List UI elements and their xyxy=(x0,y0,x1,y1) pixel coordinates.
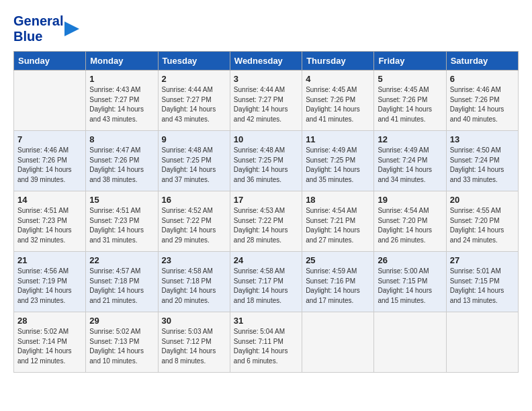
calendar-cell: 9Sunrise: 4:48 AM Sunset: 7:25 PM Daylig… xyxy=(158,131,230,191)
day-number: 17 xyxy=(234,195,298,205)
calendar-cell: 16Sunrise: 4:52 AM Sunset: 7:22 PM Dayli… xyxy=(158,191,230,252)
day-number: 7 xyxy=(17,134,82,144)
weekday-header: Saturday xyxy=(446,52,518,71)
day-info: Sunrise: 4:57 AM Sunset: 7:18 PM Dayligh… xyxy=(89,267,154,306)
day-number: 3 xyxy=(234,74,298,84)
weekday-header: Tuesday xyxy=(158,52,230,71)
day-info: Sunrise: 4:53 AM Sunset: 7:22 PM Dayligh… xyxy=(234,206,298,245)
calendar-cell: 22Sunrise: 4:57 AM Sunset: 7:18 PM Dayli… xyxy=(86,252,158,312)
day-info: Sunrise: 5:02 AM Sunset: 7:13 PM Dayligh… xyxy=(89,327,154,366)
logo-text: GeneralBlue xyxy=(13,13,63,44)
weekday-header: Sunday xyxy=(14,52,86,71)
day-info: Sunrise: 4:45 AM Sunset: 7:26 PM Dayligh… xyxy=(306,85,370,124)
calendar-cell: 13Sunrise: 4:50 AM Sunset: 7:24 PM Dayli… xyxy=(446,131,518,191)
calendar-cell: 4Sunrise: 4:45 AM Sunset: 7:26 PM Daylig… xyxy=(302,71,374,131)
day-info: Sunrise: 4:55 AM Sunset: 7:20 PM Dayligh… xyxy=(450,206,515,245)
day-number: 11 xyxy=(306,134,370,144)
svg-marker-0 xyxy=(64,21,79,36)
weekday-header: Wednesday xyxy=(230,52,302,71)
calendar-table: SundayMondayTuesdayWednesdayThursdayFrid… xyxy=(13,51,519,373)
day-number: 26 xyxy=(378,255,442,265)
calendar-cell: 19Sunrise: 4:54 AM Sunset: 7:20 PM Dayli… xyxy=(374,191,446,252)
day-info: Sunrise: 4:59 AM Sunset: 7:16 PM Dayligh… xyxy=(306,267,370,306)
calendar-cell: 21Sunrise: 4:56 AM Sunset: 7:19 PM Dayli… xyxy=(14,252,86,312)
day-number: 4 xyxy=(306,74,370,84)
calendar-cell xyxy=(302,312,374,373)
day-info: Sunrise: 5:00 AM Sunset: 7:15 PM Dayligh… xyxy=(378,267,442,306)
calendar-cell: 25Sunrise: 4:59 AM Sunset: 7:16 PM Dayli… xyxy=(302,252,374,312)
day-number: 10 xyxy=(234,134,298,144)
calendar-cell: 2Sunrise: 4:44 AM Sunset: 7:27 PM Daylig… xyxy=(158,71,230,131)
day-number: 2 xyxy=(162,74,226,84)
day-info: Sunrise: 4:54 AM Sunset: 7:20 PM Dayligh… xyxy=(378,206,442,245)
day-info: Sunrise: 4:52 AM Sunset: 7:22 PM Dayligh… xyxy=(162,206,226,245)
day-number: 14 xyxy=(17,195,82,205)
day-number: 18 xyxy=(306,195,370,205)
day-info: Sunrise: 5:03 AM Sunset: 7:12 PM Dayligh… xyxy=(162,327,226,366)
day-number: 22 xyxy=(89,255,154,265)
calendar-week-row: 1Sunrise: 4:43 AM Sunset: 7:27 PM Daylig… xyxy=(14,71,519,131)
calendar-cell: 12Sunrise: 4:49 AM Sunset: 7:24 PM Dayli… xyxy=(374,131,446,191)
calendar-cell: 17Sunrise: 4:53 AM Sunset: 7:22 PM Dayli… xyxy=(230,191,302,252)
day-number: 25 xyxy=(306,255,370,265)
calendar-cell: 26Sunrise: 5:00 AM Sunset: 7:15 PM Dayli… xyxy=(374,252,446,312)
calendar-week-row: 7Sunrise: 4:46 AM Sunset: 7:26 PM Daylig… xyxy=(14,131,519,191)
day-number: 21 xyxy=(17,255,82,265)
calendar-cell: 29Sunrise: 5:02 AM Sunset: 7:13 PM Dayli… xyxy=(86,312,158,373)
day-info: Sunrise: 4:49 AM Sunset: 7:25 PM Dayligh… xyxy=(306,146,370,185)
logo: GeneralBlue xyxy=(13,13,79,44)
day-info: Sunrise: 4:50 AM Sunset: 7:24 PM Dayligh… xyxy=(450,146,515,185)
calendar-cell: 6Sunrise: 4:46 AM Sunset: 7:26 PM Daylig… xyxy=(446,71,518,131)
day-number: 1 xyxy=(89,74,154,84)
logo-container: GeneralBlue xyxy=(13,13,79,44)
calendar-cell: 7Sunrise: 4:46 AM Sunset: 7:26 PM Daylig… xyxy=(14,131,86,191)
day-number: 30 xyxy=(162,316,226,326)
calendar-cell xyxy=(446,312,518,373)
day-number: 13 xyxy=(450,134,515,144)
day-info: Sunrise: 4:58 AM Sunset: 7:18 PM Dayligh… xyxy=(162,267,226,306)
day-number: 29 xyxy=(89,316,154,326)
calendar-cell: 23Sunrise: 4:58 AM Sunset: 7:18 PM Dayli… xyxy=(158,252,230,312)
day-info: Sunrise: 4:54 AM Sunset: 7:21 PM Dayligh… xyxy=(306,206,370,245)
calendar-week-row: 14Sunrise: 4:51 AM Sunset: 7:23 PM Dayli… xyxy=(14,191,519,252)
day-number: 9 xyxy=(162,134,226,144)
day-number: 27 xyxy=(450,255,515,265)
day-info: Sunrise: 4:44 AM Sunset: 7:27 PM Dayligh… xyxy=(162,85,226,124)
day-info: Sunrise: 5:02 AM Sunset: 7:14 PM Dayligh… xyxy=(17,327,82,366)
calendar-cell: 24Sunrise: 4:58 AM Sunset: 7:17 PM Dayli… xyxy=(230,252,302,312)
day-number: 19 xyxy=(378,195,442,205)
day-info: Sunrise: 4:58 AM Sunset: 7:17 PM Dayligh… xyxy=(234,267,298,306)
calendar-week-row: 21Sunrise: 4:56 AM Sunset: 7:19 PM Dayli… xyxy=(14,252,519,312)
day-info: Sunrise: 4:51 AM Sunset: 7:23 PM Dayligh… xyxy=(17,206,82,245)
calendar-cell: 30Sunrise: 5:03 AM Sunset: 7:12 PM Dayli… xyxy=(158,312,230,373)
day-info: Sunrise: 4:49 AM Sunset: 7:24 PM Dayligh… xyxy=(378,146,442,185)
day-number: 15 xyxy=(89,195,154,205)
day-number: 31 xyxy=(234,316,298,326)
calendar-cell: 31Sunrise: 5:04 AM Sunset: 7:11 PM Dayli… xyxy=(230,312,302,373)
day-info: Sunrise: 4:48 AM Sunset: 7:25 PM Dayligh… xyxy=(234,146,298,185)
calendar-cell: 28Sunrise: 5:02 AM Sunset: 7:14 PM Dayli… xyxy=(14,312,86,373)
calendar-cell: 10Sunrise: 4:48 AM Sunset: 7:25 PM Dayli… xyxy=(230,131,302,191)
day-info: Sunrise: 5:01 AM Sunset: 7:15 PM Dayligh… xyxy=(450,267,515,306)
day-info: Sunrise: 4:46 AM Sunset: 7:26 PM Dayligh… xyxy=(17,146,82,185)
day-info: Sunrise: 4:56 AM Sunset: 7:19 PM Dayligh… xyxy=(17,267,82,306)
calendar-cell: 8Sunrise: 4:47 AM Sunset: 7:26 PM Daylig… xyxy=(86,131,158,191)
calendar-week-row: 28Sunrise: 5:02 AM Sunset: 7:14 PM Dayli… xyxy=(14,312,519,373)
logo-triangle-icon xyxy=(64,21,79,36)
day-number: 8 xyxy=(89,134,154,144)
day-info: Sunrise: 4:43 AM Sunset: 7:27 PM Dayligh… xyxy=(89,85,154,124)
calendar-cell: 11Sunrise: 4:49 AM Sunset: 7:25 PM Dayli… xyxy=(302,131,374,191)
weekday-header: Monday xyxy=(86,52,158,71)
calendar-cell: 3Sunrise: 4:44 AM Sunset: 7:27 PM Daylig… xyxy=(230,71,302,131)
calendar-cell: 14Sunrise: 4:51 AM Sunset: 7:23 PM Dayli… xyxy=(14,191,86,252)
day-info: Sunrise: 4:48 AM Sunset: 7:25 PM Dayligh… xyxy=(162,146,226,185)
day-info: Sunrise: 4:45 AM Sunset: 7:26 PM Dayligh… xyxy=(378,85,442,124)
calendar-cell: 5Sunrise: 4:45 AM Sunset: 7:26 PM Daylig… xyxy=(374,71,446,131)
calendar-cell xyxy=(14,71,86,131)
day-number: 28 xyxy=(17,316,82,326)
day-info: Sunrise: 4:44 AM Sunset: 7:27 PM Dayligh… xyxy=(234,85,298,124)
day-number: 24 xyxy=(234,255,298,265)
day-info: Sunrise: 4:46 AM Sunset: 7:26 PM Dayligh… xyxy=(450,85,515,124)
day-number: 6 xyxy=(450,74,515,84)
calendar-cell: 18Sunrise: 4:54 AM Sunset: 7:21 PM Dayli… xyxy=(302,191,374,252)
